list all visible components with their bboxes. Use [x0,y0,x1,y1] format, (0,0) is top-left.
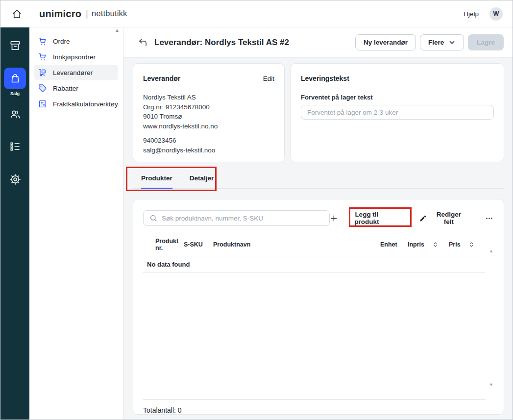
table-scroll-up-icon[interactable]: ▲ [489,249,493,253]
primary-nav-rail: Salg [0,27,29,420]
column-product-number[interactable]: Produkt nr. [143,238,184,251]
pencil-icon [419,215,427,222]
topbar: unimicro | nettbutikk Hjelp W [0,0,513,27]
page-header: Leverandør: Nordlys Tekstil AS #2 Ny lev… [123,27,513,58]
edit-fields-button[interactable]: Rediger felt [419,211,467,225]
search-icon [149,214,157,222]
product-search [143,210,330,226]
sidebar-item-purchase-orders[interactable]: Innkjøpsordrer [34,49,118,65]
supplier-name: Nordlys Tekstil AS [143,93,274,102]
supplier-orgnr: Org.nr: 912345678000 [143,102,274,112]
list-icon [9,140,22,153]
supplier-address: Nordlys Tekstil AS Org.nr: 912345678000 … [143,93,274,131]
column-unit[interactable]: Enhet [380,241,408,248]
brand-suffix: nettbutikk [92,9,127,19]
user-avatar[interactable]: W [489,7,503,21]
shopping-bag-icon [9,73,21,84]
table-scroll-down-icon[interactable]: ▼ [489,383,493,387]
sidebar-item-orders[interactable]: Ordre [34,33,118,49]
rail-item-sales-label: Salg [10,91,20,96]
chevron-down-icon [448,39,456,46]
sidebar-item-freight-calculator[interactable]: Fraktkalkulatorverktøy [34,96,118,112]
cart-icon [38,37,47,46]
help-link[interactable]: Hjelp [464,10,479,18]
total-count: Totalantall: 0 [143,400,494,414]
calculator-icon [38,99,47,108]
empty-state-message: No data found [143,256,486,273]
rail-item-archive[interactable] [9,39,22,52]
hand-truck-icon [38,68,47,77]
sidebar-item-label: Innkjøpsordrer [53,53,96,61]
supplier-edit-link[interactable]: Edit [263,75,274,82]
ellipsis-icon [485,214,493,222]
sidebar-item-label: Rabatter [53,85,78,92]
supplier-phone: 940023456 [143,136,274,146]
new-supplier-button[interactable]: Ny leverandør [355,34,416,50]
expected-stock-input[interactable] [301,105,494,120]
supplier-city: 9010 Tromsø [143,112,274,122]
delivery-text-card: Leveringstekst Forventet på lager tekst [291,63,504,162]
add-product-label: Legg til produkt [342,211,391,225]
main-area: Leverandør: Nordlys Tekstil AS #2 Ny lev… [123,27,513,420]
more-button-label: Flere [428,39,444,46]
more-button[interactable]: Flere [420,34,464,50]
sidebar-item-discounts[interactable]: Rabatter [34,80,118,96]
home-button[interactable] [10,7,23,20]
column-price[interactable]: Pris [449,241,486,248]
product-search-input[interactable] [162,215,323,222]
products-table-header: Produkt nr. S-SKU Produktnavn Enhet Inpr… [143,238,486,256]
edit-fields-label: Rediger felt [431,211,466,225]
supplier-website: www.nordlys-tekstil.no.no [143,122,274,131]
brand-divider: | [86,9,88,19]
rail-item-lists[interactable] [9,140,22,153]
sidebar-item-label: Ordre [53,38,70,45]
back-arrow-icon [138,37,148,48]
supplier-contact: 940023456 salg@nordlys-tekstil.noo [143,136,274,155]
more-options-button[interactable] [484,213,494,223]
column-cost-price[interactable]: Inpris [408,241,449,248]
users-icon [9,108,22,121]
sort-icon[interactable] [469,241,474,248]
sort-icon[interactable] [433,241,438,248]
delivery-card-title: Leveringstekst [301,74,349,82]
gear-icon [9,173,22,186]
back-button[interactable] [137,37,148,48]
page-content: Leverandør Edit Nordlys Tekstil AS Org.n… [123,58,513,420]
brand-logo: unimicro | nettbutikk [39,8,127,20]
page-title: Leverandør: Nordlys Tekstil AS #2 [154,38,289,48]
column-s-sku[interactable]: S-SKU [184,241,213,248]
sidebar-item-label: Leverandører [53,69,93,76]
supplier-card-title: Leverandør [143,74,180,82]
app-window: unimicro | nettbutikk Hjelp W Salg [0,0,513,420]
plus-icon [330,214,338,222]
tag-icon [38,84,47,93]
rail-item-sales[interactable] [4,68,26,89]
add-product-button[interactable]: Legg til produkt [330,211,391,225]
home-icon [11,8,23,20]
supplier-card: Leverandør Edit Nordlys Tekstil AS Org.n… [133,63,285,162]
tab-details[interactable]: Detaljer [190,162,214,189]
save-button[interactable]: Lagre [468,34,504,50]
rail-item-settings[interactable] [9,173,22,186]
rail-item-customers[interactable] [9,108,22,121]
expected-stock-label: Forventet på lager tekst [301,94,494,101]
tab-products[interactable]: Produkter [141,162,172,189]
column-product-name[interactable]: Produktnavn [213,241,380,248]
supplier-email: salg@nordlys-tekstil.noo [143,146,274,155]
cart-icon [38,52,47,61]
sidebar-item-suppliers[interactable]: Leverandører [34,65,118,80]
sidebar-scroll-up-icon[interactable]: ▲ [115,28,120,33]
sales-sidebar: ▲ Ordre Innkjøpsordrer Leverandører Raba… [29,27,123,420]
archive-icon [9,39,22,52]
brand-name: unimicro [39,8,81,20]
products-panel: Legg til produkt Rediger felt Produkt nr… [133,199,504,415]
tab-bar: Produkter Detaljer [133,162,504,189]
sidebar-item-label: Fraktkalkulatorverktøy [53,100,118,108]
